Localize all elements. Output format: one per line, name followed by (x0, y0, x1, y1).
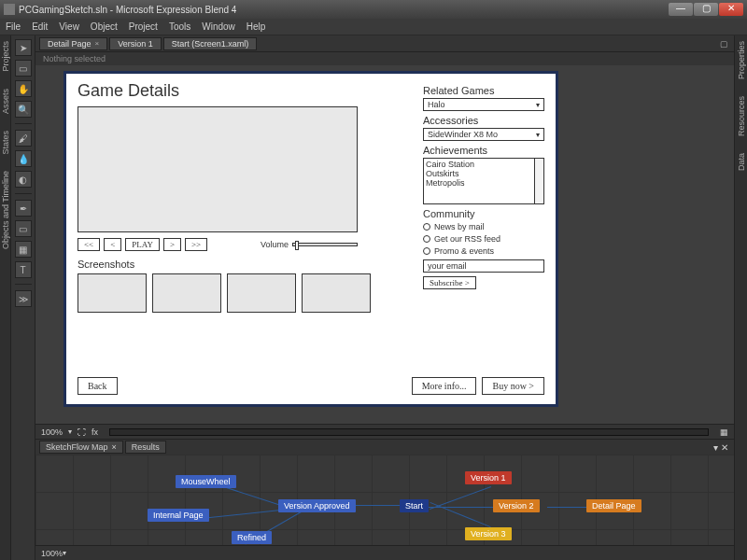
email-field[interactable]: your email (423, 259, 544, 273)
design-surface[interactable]: Game Details << < PLAY > >> Volume (35, 65, 734, 424)
app-icon (4, 4, 15, 15)
tab-sketchflow-map[interactable]: SketchFlow Map× (39, 441, 123, 454)
node-version-1[interactable]: Version 1 (465, 471, 512, 484)
list-item[interactable]: Cairo Station (426, 160, 542, 169)
asset-tool-icon[interactable]: ≫ (15, 290, 32, 307)
play-button[interactable]: PLAY (125, 238, 160, 251)
menu-window[interactable]: Window (202, 21, 235, 32)
window-title: PCGamingSketch.sln - Microsoft Expressio… (19, 5, 236, 15)
back-button[interactable]: Back (78, 377, 118, 395)
video-placeholder (78, 106, 358, 232)
screenshot-thumb[interactable] (78, 273, 147, 313)
minimize-button[interactable]: — (669, 3, 693, 16)
subscribe-button[interactable]: Subscribe > (423, 276, 476, 289)
achievements-list[interactable]: Cairo Station Outskirts Metropolis (423, 158, 544, 204)
sf-zoom-level[interactable]: 100% (41, 549, 63, 558)
screenshot-thumb[interactable] (227, 273, 296, 313)
menu-edit[interactable]: Edit (32, 21, 48, 32)
rectangle-tool-icon[interactable]: ▭ (15, 220, 32, 237)
sketchflow-canvas[interactable]: MouseWheel Internal Page Version Approve… (35, 455, 734, 545)
pen-tool-icon[interactable]: ✒ (15, 200, 32, 217)
menu-project[interactable]: Project (129, 21, 158, 32)
menu-bar: File Edit View Object Project Tools Wind… (0, 19, 747, 35)
text-tool-icon[interactable]: T (15, 261, 32, 278)
artboard-zoom-bar: 100%▾ ⛶ fx ▦ (35, 424, 734, 439)
radio-news[interactable]: News by mail (423, 222, 544, 231)
menu-object[interactable]: Object (91, 21, 118, 32)
node-detail-page[interactable]: Detail Page (586, 499, 641, 512)
radio-rss[interactable]: Get our RSS feed (423, 234, 544, 244)
tab-projects[interactable]: Projects (1, 41, 10, 72)
brush-tool-icon[interactable]: 🖌 (15, 130, 32, 147)
tab-states[interactable]: States (1, 131, 10, 155)
buy-now-button[interactable]: Buy now > (482, 377, 544, 395)
node-refined[interactable]: Refined (232, 531, 272, 544)
rewind-button[interactable]: << (78, 238, 100, 251)
node-internal-page[interactable]: Internal Page (148, 509, 209, 522)
document-tabs: Detail Page× Version 1 Start (Screen1.xa… (35, 35, 734, 52)
tab-version-1[interactable]: Version 1 (109, 37, 162, 50)
close-icon[interactable]: × (95, 39, 100, 48)
screenshot-thumb[interactable] (302, 273, 371, 313)
pan-tool-icon[interactable]: ✋ (15, 80, 32, 97)
maximize-button[interactable]: ▢ (694, 3, 718, 16)
menu-help[interactable]: Help (247, 21, 266, 32)
prev-button[interactable]: < (104, 238, 121, 251)
scrollbar[interactable] (534, 159, 543, 203)
related-games-label: Related Games (423, 85, 544, 96)
tab-start-screen[interactable]: Start (Screen1.xaml) (163, 37, 258, 50)
layout-tool-icon[interactable]: ▦ (15, 241, 32, 258)
next-button[interactable]: > (163, 238, 181, 251)
related-games-select[interactable]: Halo▾ (423, 98, 544, 111)
achievements-label: Achievements (423, 145, 544, 156)
node-version-2[interactable]: Version 2 (493, 499, 540, 512)
right-panel-tabs: Properties Resources Data (734, 35, 747, 560)
node-version-3[interactable]: Version 3 (465, 527, 512, 540)
volume-label: Volume (261, 240, 289, 249)
tool-strip: ➤ ▭ ✋ 🔍 🖌 💧 ◐ ✒ ▭ ▦ T ≫ (11, 35, 35, 560)
node-mousewheel[interactable]: MouseWheel (176, 475, 236, 488)
fit-icon[interactable]: ⛶ (78, 427, 86, 437)
panel-menu-icon[interactable]: ▾ ✕ (713, 442, 728, 453)
menu-tools[interactable]: Tools (169, 21, 190, 32)
tab-resources[interactable]: Resources (737, 96, 746, 136)
tab-detail-page[interactable]: Detail Page× (39, 37, 107, 50)
node-version-approved[interactable]: Version Approved (278, 499, 356, 512)
left-panel-tabs: Projects Assets States Objects and Timel… (0, 35, 11, 560)
accessories-label: Accessories (423, 115, 544, 126)
zoom-tool-icon[interactable]: 🔍 (15, 101, 32, 118)
community-label: Community (423, 208, 544, 219)
screenshot-thumb[interactable] (152, 273, 221, 313)
zoom-level[interactable]: 100% (41, 427, 63, 437)
sketchflow-panel: SketchFlow Map× Results ▾ ✕ MouseWheel I… (35, 439, 734, 560)
selection-tool-icon[interactable]: ➤ (15, 39, 32, 56)
menu-view[interactable]: View (59, 21, 79, 32)
snap-icon[interactable]: ▦ (720, 427, 728, 437)
direct-select-tool-icon[interactable]: ▭ (15, 60, 32, 77)
tab-assets[interactable]: Assets (1, 89, 10, 114)
paint-tool-icon[interactable]: 💧 (15, 150, 32, 167)
volume-slider[interactable] (292, 243, 358, 246)
more-info-button[interactable]: More info... (412, 377, 477, 395)
menu-file[interactable]: File (6, 21, 21, 32)
tab-data[interactable]: Data (737, 153, 746, 171)
close-button[interactable]: ✕ (719, 3, 743, 16)
tab-properties[interactable]: Properties (737, 41, 746, 79)
chevron-down-icon: ▾ (536, 101, 540, 109)
accessories-select[interactable]: SideWinder X8 Mo▾ (423, 128, 544, 141)
node-start[interactable]: Start (400, 499, 429, 512)
radio-promo[interactable]: Promo & events (423, 246, 544, 256)
chevron-down-icon: ▾ (536, 131, 540, 139)
tab-objects-timeline[interactable]: Objects and Timeline (1, 171, 10, 249)
ffwd-button[interactable]: >> (185, 238, 207, 251)
tab-results[interactable]: Results (125, 441, 166, 454)
screenshots-label: Screenshots (78, 259, 371, 270)
close-icon[interactable]: × (112, 442, 117, 452)
list-item[interactable]: Metropolis (426, 178, 542, 188)
list-item[interactable]: Outskirts (426, 169, 542, 178)
title-bar: PCGamingSketch.sln - Microsoft Expressio… (0, 0, 747, 19)
gradient-tool-icon[interactable]: ◐ (15, 171, 32, 188)
restore-panels-icon[interactable]: ▢ (720, 39, 728, 49)
horizontal-scrollbar[interactable] (109, 428, 709, 436)
effects-icon[interactable]: fx (92, 427, 98, 437)
